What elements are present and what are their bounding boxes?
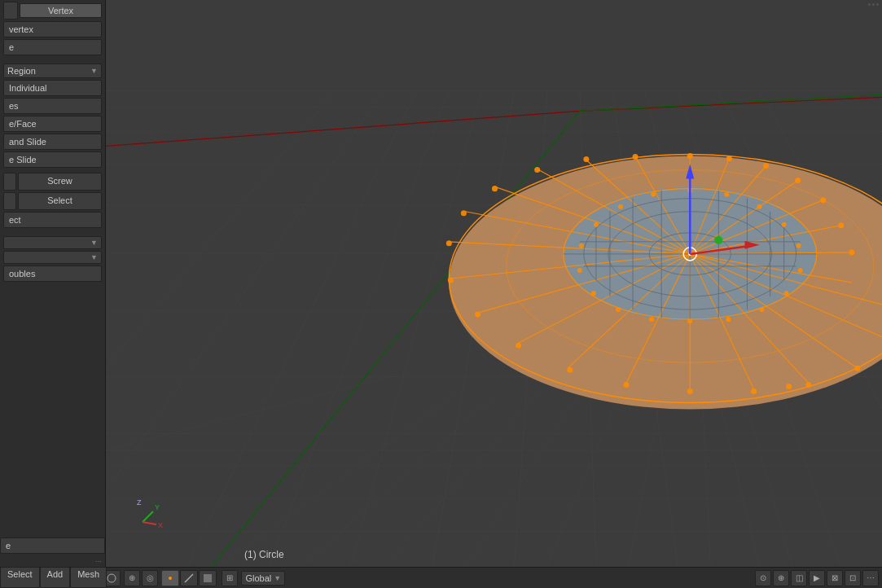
scroll-indicator: ··· bbox=[0, 555, 105, 567]
svg-point-110 bbox=[786, 384, 792, 389]
svg-point-135 bbox=[714, 236, 722, 244]
svg-point-109 bbox=[633, 154, 638, 160]
svg-point-125 bbox=[579, 244, 584, 248]
mesh-header-btn[interactable]: Mesh bbox=[70, 567, 107, 588]
extra-btn[interactable]: ⋯ bbox=[862, 570, 879, 586]
sidebar-ect-item[interactable]: ect bbox=[3, 212, 102, 228]
viewport-canvas bbox=[106, 0, 882, 567]
viewport-corner bbox=[868, 3, 879, 6]
sidebar-es-item[interactable]: es bbox=[3, 98, 102, 114]
svg-line-136 bbox=[143, 511, 153, 522]
svg-point-144 bbox=[169, 577, 172, 580]
select-row: Select bbox=[3, 192, 102, 210]
sidebar-vertex-item[interactable]: vertex bbox=[3, 21, 102, 37]
screw-prefix-btn[interactable] bbox=[3, 173, 16, 191]
select-prefix-btn[interactable] bbox=[3, 192, 16, 210]
svg-point-89 bbox=[795, 178, 801, 183]
svg-point-113 bbox=[757, 204, 762, 209]
bottom-bar: Edit Mode ▼ ⊕ ◎ bbox=[0, 567, 882, 588]
svg-point-120 bbox=[687, 318, 692, 323]
svg-point-127 bbox=[618, 204, 623, 209]
bottom-right-icons: ⊙ ⊕ ◫ ▶ ⊠ ⊡ ⋯ bbox=[755, 570, 879, 586]
sidebar-doubles-item[interactable]: oubles bbox=[3, 265, 102, 282]
svg-point-128 bbox=[651, 192, 656, 197]
add-header-btn[interactable]: Add bbox=[40, 567, 71, 588]
svg-point-96 bbox=[805, 382, 811, 388]
viewport[interactable]: Y X Z (1) Circle bbox=[106, 0, 882, 567]
sidebar-eface-item[interactable]: e/Face bbox=[3, 116, 102, 132]
svg-point-124 bbox=[577, 268, 582, 273]
vertex-select-btn[interactable] bbox=[161, 570, 179, 586]
fullscreen-btn[interactable]: ⊡ bbox=[845, 570, 861, 586]
svg-point-91 bbox=[838, 222, 844, 228]
viewport-controls bbox=[868, 3, 879, 6]
spacer1 bbox=[3, 57, 102, 64]
sidebar-e-item[interactable]: e bbox=[3, 39, 102, 55]
svg-point-123 bbox=[591, 291, 596, 296]
sidebar-dropdown1[interactable]: ▼ bbox=[3, 236, 102, 249]
select-button[interactable]: Select bbox=[18, 192, 102, 210]
screw-select-row: Screw bbox=[3, 173, 102, 191]
svg-point-122 bbox=[616, 307, 621, 312]
svg-point-90 bbox=[820, 197, 826, 203]
svg-point-100 bbox=[567, 367, 573, 373]
spacer3 bbox=[3, 230, 102, 236]
render-btn[interactable]: ▶ bbox=[809, 570, 825, 586]
select-mode-icons bbox=[161, 570, 217, 586]
header-left-btns: Select Add Mesh bbox=[0, 567, 107, 588]
svg-point-102 bbox=[475, 312, 480, 318]
transform-dropdown[interactable]: Global ▼ bbox=[241, 571, 285, 586]
camera-btn[interactable]: ◫ bbox=[791, 570, 807, 586]
face-select-btn[interactable] bbox=[199, 570, 217, 586]
overlay-btn[interactable]: ⊙ bbox=[755, 570, 771, 586]
svg-text:Y: Y bbox=[155, 503, 160, 511]
region-dropdown-arrow: ▼ bbox=[90, 67, 98, 75]
dropdown2-arrow: ▼ bbox=[90, 253, 98, 261]
select-header-btn[interactable]: Select bbox=[0, 567, 40, 588]
snap-icons: ⊕ ◎ bbox=[124, 570, 158, 586]
sidebar-bottom: e ··· bbox=[0, 538, 105, 567]
sidebar-eslide-item[interactable]: e Slide bbox=[3, 151, 102, 168]
svg-point-116 bbox=[798, 268, 803, 273]
svg-point-95 bbox=[854, 366, 860, 371]
svg-point-115 bbox=[796, 244, 801, 248]
sidebar-top-section: Vertex vertex e Region ▼ Individual es e… bbox=[0, 0, 105, 285]
sidebar-tab-icon[interactable] bbox=[3, 2, 18, 20]
svg-point-106 bbox=[492, 186, 498, 191]
svg-point-103 bbox=[448, 277, 454, 283]
svg-point-101 bbox=[516, 343, 521, 349]
svg-point-99 bbox=[624, 382, 630, 388]
lock-btn[interactable]: ⊠ bbox=[827, 570, 843, 586]
svg-point-104 bbox=[446, 240, 452, 246]
sidebar-tab-row: Vertex bbox=[3, 2, 102, 20]
edge-select-btn[interactable] bbox=[180, 570, 198, 586]
main-area: Vertex vertex e Region ▼ Individual es e… bbox=[0, 0, 882, 567]
sidebar-e-bottom[interactable]: e bbox=[0, 538, 105, 554]
xray-btn[interactable]: ⊞ bbox=[222, 570, 238, 586]
svg-point-126 bbox=[594, 222, 599, 227]
sidebar-dropdown2[interactable]: ▼ bbox=[3, 251, 102, 264]
svg-point-118 bbox=[760, 307, 765, 312]
svg-point-119 bbox=[726, 317, 731, 322]
svg-text:X: X bbox=[158, 521, 163, 529]
svg-point-87 bbox=[726, 156, 732, 161]
axis-gizmo: Y X Z bbox=[122, 494, 163, 534]
proportional-btn[interactable]: ◎ bbox=[142, 570, 158, 586]
svg-point-108 bbox=[583, 156, 589, 162]
svg-text:Z: Z bbox=[137, 498, 142, 507]
svg-point-117 bbox=[784, 291, 789, 296]
snap-btn[interactable]: ⊕ bbox=[124, 570, 140, 586]
svg-point-121 bbox=[649, 317, 654, 322]
sidebar-individual-item[interactable]: Individual bbox=[3, 80, 102, 96]
dropdown1-arrow: ▼ bbox=[90, 239, 98, 247]
svg-rect-146 bbox=[204, 574, 212, 582]
transform-dropdown-arrow: ▼ bbox=[274, 574, 281, 582]
screw-button[interactable]: Screw bbox=[18, 173, 102, 191]
sidebar-region-dropdown[interactable]: Region ▼ bbox=[3, 64, 102, 78]
svg-point-88 bbox=[763, 163, 769, 169]
gizmo-svg: Y X Z bbox=[122, 494, 163, 534]
sidebar-andslide-item[interactable]: and Slide bbox=[3, 134, 102, 150]
sidebar-tab-vertex[interactable]: Vertex bbox=[20, 3, 102, 18]
gizmo-btn[interactable]: ⊕ bbox=[773, 570, 789, 586]
extra-mode-btns: ⊞ bbox=[222, 570, 238, 586]
